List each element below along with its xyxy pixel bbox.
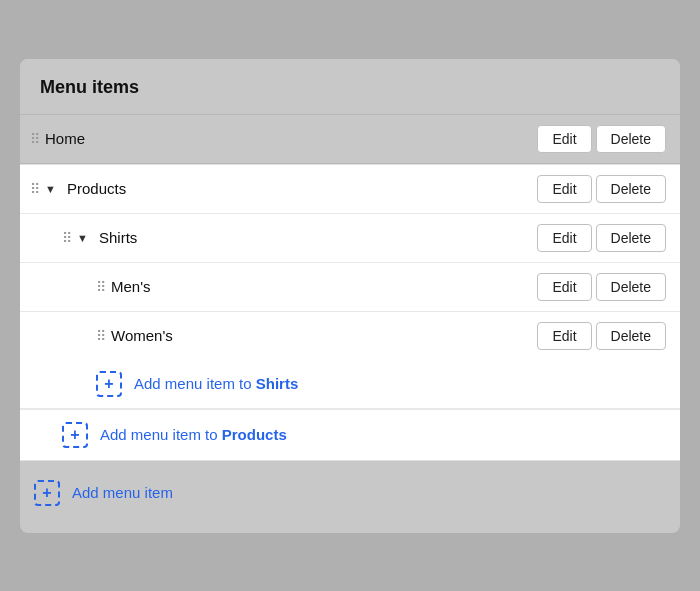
home-label: Home <box>45 130 537 147</box>
menu-items-panel: Menu items ⠿ Home Edit Delete ⠿ ▼ Produc… <box>20 59 680 533</box>
add-menu-item-row[interactable]: + Add menu item <box>20 469 680 517</box>
home-edit-button[interactable]: Edit <box>537 125 591 153</box>
shirts-btn-group: Edit Delete <box>537 224 666 252</box>
womens-menu-row: ⠿ Women's Edit Delete <box>20 312 680 360</box>
panel-title: Menu items <box>40 77 139 97</box>
shirts-edit-button[interactable]: Edit <box>537 224 591 252</box>
panel-header: Menu items <box>20 59 680 115</box>
add-to-products-label: Add menu item to Products <box>100 426 287 443</box>
products-edit-button[interactable]: Edit <box>537 175 591 203</box>
add-to-shirts-icon: + <box>96 371 122 397</box>
shirts-chevron-icon[interactable]: ▼ <box>77 232 91 244</box>
womens-edit-button[interactable]: Edit <box>537 322 591 350</box>
shirts-menu-row: ⠿ ▼ Shirts Edit Delete <box>20 214 680 263</box>
mens-btn-group: Edit Delete <box>537 273 666 301</box>
add-menu-item-icon: + <box>34 480 60 506</box>
add-to-shirts-row[interactable]: + Add menu item to Shirts <box>20 360 680 409</box>
mens-drag-handle[interactable]: ⠿ <box>96 279 105 295</box>
products-section: ⠿ ▼ Products Edit Delete ⠿ ▼ Shirts Edit… <box>20 164 680 461</box>
mens-label: Men's <box>111 278 537 295</box>
womens-label: Women's <box>111 327 537 344</box>
products-label: Products <box>67 180 537 197</box>
products-delete-button[interactable]: Delete <box>596 175 666 203</box>
shirts-delete-button[interactable]: Delete <box>596 224 666 252</box>
products-menu-row: ⠿ ▼ Products Edit Delete <box>20 165 680 214</box>
mens-delete-button[interactable]: Delete <box>596 273 666 301</box>
products-chevron-icon[interactable]: ▼ <box>45 183 59 195</box>
home-drag-handle[interactable]: ⠿ <box>30 131 39 147</box>
shirts-label: Shirts <box>99 229 537 246</box>
add-menu-item-label: Add menu item <box>72 484 173 501</box>
products-drag-handle[interactable]: ⠿ <box>30 181 39 197</box>
add-to-shirts-label: Add menu item to Shirts <box>134 375 298 392</box>
add-to-products-row[interactable]: + Add menu item to Products <box>20 409 680 460</box>
home-btn-group: Edit Delete <box>537 125 666 153</box>
mens-menu-row: ⠿ Men's Edit Delete <box>20 263 680 312</box>
products-btn-group: Edit Delete <box>537 175 666 203</box>
home-delete-button[interactable]: Delete <box>596 125 666 153</box>
womens-drag-handle[interactable]: ⠿ <box>96 328 105 344</box>
womens-delete-button[interactable]: Delete <box>596 322 666 350</box>
add-to-products-icon: + <box>62 422 88 448</box>
shirts-drag-handle[interactable]: ⠿ <box>62 230 71 246</box>
home-menu-row: ⠿ Home Edit Delete <box>20 115 680 164</box>
mens-edit-button[interactable]: Edit <box>537 273 591 301</box>
womens-btn-group: Edit Delete <box>537 322 666 350</box>
